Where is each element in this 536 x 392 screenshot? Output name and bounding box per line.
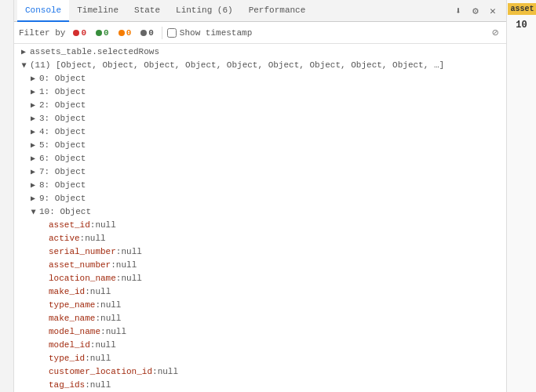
item-arrow-8[interactable]: ▶: [28, 180, 38, 191]
item-arrow-1[interactable]: ▶: [28, 86, 38, 98]
console-entry: assets_table.selectedRows: [30, 46, 159, 58]
prop-model_name-val: null: [106, 326, 126, 338]
prop-make_name-val: null: [100, 313, 121, 325]
list-item: active: null: [14, 232, 506, 245]
filter-info[interactable]: 0: [137, 27, 157, 38]
item-arrow-4[interactable]: ▶: [28, 126, 38, 138]
tab-bar: Console Timeline State Linting (6) Perfo…: [14, 0, 506, 22]
settings-button[interactable]: ⚙: [469, 4, 483, 18]
list-item[interactable]: ▶ 3: Object: [14, 112, 506, 125]
expand-arrow[interactable]: ▶: [19, 46, 28, 58]
prop-serial_number-val: null: [121, 246, 141, 258]
prop-type_name-key: type_name: [49, 299, 95, 311]
filter-warn[interactable]: 0: [115, 27, 135, 38]
list-item: model_name: null: [14, 325, 506, 339]
list-item[interactable]: ▶ 2: Object: [14, 99, 506, 112]
prop-tag_ids-val: null: [90, 379, 111, 391]
list-item: type_name: null: [14, 299, 506, 312]
warn-count: 0: [126, 28, 132, 38]
console-output[interactable]: ▶ assets_table.selectedRows ▶ (11) [Obje…: [14, 44, 506, 392]
prop-active-val: null: [85, 233, 105, 245]
warn-dot: [119, 30, 125, 36]
tab-console[interactable]: Console: [17, 0, 69, 22]
timestamp-toggle[interactable]: Show timestamp: [167, 28, 252, 38]
prop-type_name-val: null: [100, 299, 121, 311]
list-item: type_id: null: [14, 352, 506, 365]
array-header: (11) [Object, Object, Object, Object, Ob…: [30, 60, 444, 71]
item-4: 4: Object: [39, 126, 86, 138]
tab-actions: ⬇ ⚙ ✕: [451, 4, 503, 18]
devtools-panel: Console Timeline State Linting (6) Perfo…: [14, 0, 506, 392]
list-item: make_id: null: [14, 285, 506, 299]
timestamp-checkbox[interactable]: [167, 28, 177, 38]
prop-asset_number-val: null: [116, 260, 137, 271]
list-item[interactable]: ▶ assets_table.selectedRows: [14, 45, 506, 59]
prop-model_name-key: model_name: [49, 326, 100, 338]
tab-performance[interactable]: Performance: [241, 0, 314, 22]
prop-asset_number-key: asset_number: [49, 260, 111, 271]
collapse-arrow[interactable]: ▶: [18, 61, 30, 71]
filter-label: Filter by: [19, 28, 65, 38]
item-arrow-7[interactable]: ▶: [28, 166, 38, 178]
list-item[interactable]: ▶ 7: Object: [14, 165, 506, 179]
list-item[interactable]: ▶ 4: Object: [14, 125, 506, 139]
list-item[interactable]: ▶ 9: Object: [14, 192, 506, 205]
item-10-header: 10: Object: [39, 206, 91, 218]
timestamp-label-text: Show timestamp: [180, 28, 252, 38]
prop-serial_number-key: serial_number: [49, 246, 116, 258]
asset-number: 10: [512, 16, 530, 34]
prop-make_name-key: make_name: [49, 313, 95, 325]
prop-location_name-val: null: [121, 273, 141, 285]
list-item: make_name: null: [14, 312, 506, 325]
item-2: 2: Object: [39, 100, 86, 111]
download-button[interactable]: ⬇: [451, 4, 465, 18]
filter-success[interactable]: 0: [93, 27, 112, 38]
list-item: tag_ids: null: [14, 379, 506, 392]
list-item[interactable]: ▶ 6: Object: [14, 152, 506, 165]
item-arrow-2[interactable]: ▶: [28, 100, 38, 111]
prop-type_id-key: type_id: [49, 353, 85, 365]
filter-clear-button[interactable]: ⊘: [489, 27, 501, 39]
prop-customer_location_id-val: null: [158, 366, 178, 378]
success-dot: [96, 30, 102, 36]
left-sidebar: [0, 0, 14, 392]
tab-linting[interactable]: Linting (6): [168, 0, 241, 22]
prop-asset_id-val: null: [95, 220, 115, 231]
close-button[interactable]: ✕: [486, 4, 500, 18]
list-item[interactable]: ▶ 8: Object: [14, 179, 506, 192]
tab-timeline[interactable]: Timeline: [69, 0, 126, 22]
list-item: serial_number: null: [14, 245, 506, 259]
item-8: 8: Object: [39, 180, 86, 191]
item-arrow-6[interactable]: ▶: [28, 153, 38, 165]
tab-state[interactable]: State: [126, 0, 168, 22]
prop-make_id-key: make_id: [49, 286, 85, 298]
item-9: 9: Object: [39, 193, 86, 205]
prop-active-key: active: [49, 233, 80, 245]
error-count: 0: [81, 28, 86, 38]
list-item[interactable]: ▶ 0: Object: [14, 72, 506, 85]
list-item[interactable]: ▶ 5: Object: [14, 139, 506, 152]
filter-divider: [162, 27, 162, 39]
filter-error[interactable]: 0: [70, 27, 89, 38]
list-item: asset_id: null: [14, 219, 506, 232]
info-count: 0: [148, 28, 154, 38]
item-arrow-3[interactable]: ▶: [28, 113, 38, 125]
item-arrow-0[interactable]: ▶: [28, 73, 38, 85]
prop-customer_location_id-key: customer_location_id: [49, 366, 152, 378]
item-1: 1: Object: [39, 86, 86, 98]
list-item[interactable]: ▶ 10: Object: [14, 205, 506, 219]
list-item[interactable]: ▶ (11) [Object, Object, Object, Object, …: [14, 59, 506, 72]
prop-model_id-key: model_id: [49, 339, 90, 351]
list-item[interactable]: ▶ 1: Object: [14, 85, 506, 99]
info-dot: [140, 30, 147, 36]
item-arrow-5[interactable]: ▶: [28, 140, 38, 151]
item-arrow-9[interactable]: ▶: [28, 193, 38, 205]
list-item: location_name: null: [14, 272, 506, 285]
success-count: 0: [104, 28, 109, 38]
item-arrow-10[interactable]: ▶: [27, 208, 39, 217]
asset-badge: asset: [508, 3, 536, 15]
list-item: asset_number: null: [14, 259, 506, 272]
prop-tag_ids-key: tag_ids: [49, 379, 85, 391]
prop-location_name-key: location_name: [49, 273, 116, 285]
item-5: 5: Object: [39, 140, 86, 151]
